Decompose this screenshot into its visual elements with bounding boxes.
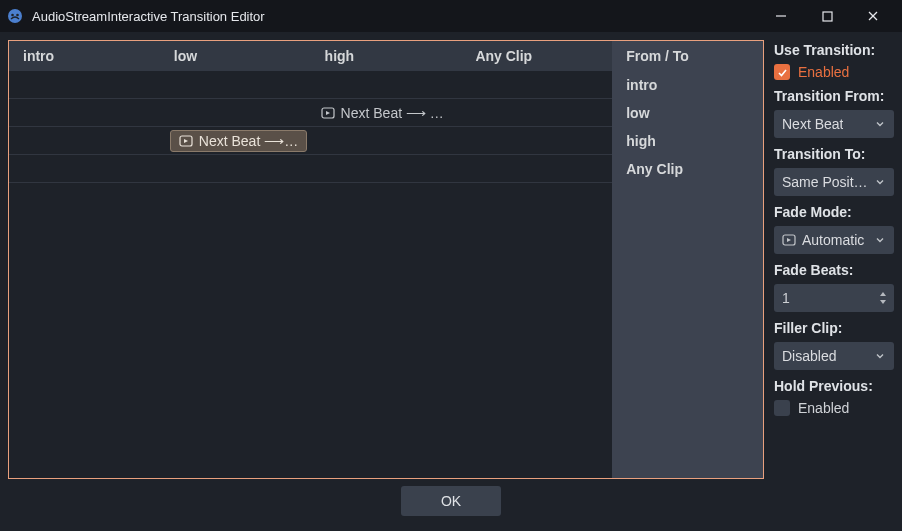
fade-mode-icon bbox=[782, 233, 796, 247]
transition-from-select[interactable]: Next Beat bbox=[774, 110, 894, 138]
chevron-down-icon bbox=[874, 118, 886, 130]
transition-to-select[interactable]: Same Position bbox=[774, 168, 894, 196]
grid-right-labels: intro low high Any Clip bbox=[612, 71, 763, 478]
fade-mode-select[interactable]: Automatic bbox=[774, 226, 894, 254]
next-beat-icon bbox=[321, 106, 335, 120]
fade-beats-spinner[interactable]: 1 bbox=[774, 284, 894, 312]
minimize-button[interactable] bbox=[758, 0, 804, 32]
col-header-high[interactable]: high bbox=[311, 41, 462, 71]
hold-previous-row: Enabled bbox=[774, 400, 894, 416]
window-controls bbox=[758, 0, 896, 32]
chevron-down-icon bbox=[874, 234, 886, 246]
row-label-high[interactable]: high bbox=[612, 127, 763, 155]
selected-transition-chip[interactable]: Next Beat ⟶… bbox=[170, 130, 307, 152]
hold-previous-checkbox[interactable] bbox=[774, 400, 790, 416]
use-transition-label: Enabled bbox=[798, 64, 849, 80]
window-title: AudioStreamInteractive Transition Editor bbox=[32, 9, 758, 24]
svg-marker-14 bbox=[880, 300, 886, 304]
client-area: intro low high Any Clip From / To bbox=[0, 32, 902, 479]
label-fade-beats: Fade Beats: bbox=[774, 262, 894, 278]
cell-low-high-label: Next Beat ⟶ … bbox=[341, 105, 444, 121]
fade-mode-value: Automatic bbox=[802, 232, 864, 248]
grid-row-intro bbox=[9, 71, 612, 99]
grid-row-any bbox=[9, 155, 612, 183]
spinner-arrows-icon bbox=[878, 291, 888, 305]
filler-clip-value: Disabled bbox=[782, 348, 836, 364]
use-transition-row: Enabled bbox=[774, 64, 894, 80]
close-button[interactable] bbox=[850, 0, 896, 32]
ok-button-label: OK bbox=[441, 493, 461, 509]
chevron-down-icon bbox=[874, 350, 886, 362]
check-icon bbox=[777, 67, 788, 78]
grid-row-low: Next Beat ⟶ … bbox=[9, 99, 612, 127]
svg-point-1 bbox=[11, 14, 14, 17]
fade-beats-value: 1 bbox=[782, 290, 790, 306]
svg-rect-4 bbox=[823, 12, 832, 21]
chevron-down-icon bbox=[875, 176, 887, 188]
row-label-low[interactable]: low bbox=[612, 99, 763, 127]
cell-high-low-label: Next Beat ⟶… bbox=[199, 133, 298, 149]
hold-previous-label: Enabled bbox=[798, 400, 849, 416]
transition-from-value: Next Beat bbox=[782, 116, 843, 132]
transition-to-value: Same Position bbox=[782, 174, 869, 190]
cell-low-high[interactable]: Next Beat ⟶ … bbox=[311, 105, 462, 121]
titlebar: AudioStreamInteractive Transition Editor bbox=[0, 0, 902, 32]
row-label-intro[interactable]: intro bbox=[612, 71, 763, 99]
use-transition-checkbox[interactable] bbox=[774, 64, 790, 80]
col-header-intro[interactable]: intro bbox=[9, 41, 160, 71]
label-fade-mode: Fade Mode: bbox=[774, 204, 894, 220]
grid-row-high: Next Beat ⟶… bbox=[9, 127, 612, 155]
label-use-transition: Use Transition: bbox=[774, 42, 894, 58]
grid-left: Next Beat ⟶ … Next Beat ⟶… bbox=[9, 71, 612, 478]
footer: OK bbox=[0, 479, 902, 523]
label-transition-from: Transition From: bbox=[774, 88, 894, 104]
row-label-any[interactable]: Any Clip bbox=[612, 155, 763, 183]
svg-point-0 bbox=[8, 9, 22, 23]
svg-point-2 bbox=[16, 14, 19, 17]
transition-grid: intro low high Any Clip From / To bbox=[8, 40, 764, 479]
svg-marker-13 bbox=[880, 292, 886, 296]
label-transition-to: Transition To: bbox=[774, 146, 894, 162]
grid-body: Next Beat ⟶ … Next Beat ⟶… bbox=[9, 71, 763, 478]
cell-high-low[interactable]: Next Beat ⟶… bbox=[160, 130, 311, 152]
next-beat-icon bbox=[179, 134, 193, 148]
properties-sidebar: Use Transition: Enabled Transition From:… bbox=[774, 40, 894, 479]
label-filler-clip: Filler Clip: bbox=[774, 320, 894, 336]
col-header-fromto: From / To bbox=[612, 41, 763, 71]
svg-marker-8 bbox=[326, 111, 330, 115]
svg-marker-10 bbox=[184, 139, 188, 143]
maximize-button[interactable] bbox=[804, 0, 850, 32]
app-icon bbox=[6, 7, 24, 25]
ok-button[interactable]: OK bbox=[401, 486, 501, 516]
filler-clip-select[interactable]: Disabled bbox=[774, 342, 894, 370]
label-hold-previous: Hold Previous: bbox=[774, 378, 894, 394]
col-header-low[interactable]: low bbox=[160, 41, 311, 71]
grid-header-row: intro low high Any Clip From / To bbox=[9, 41, 763, 71]
col-header-any[interactable]: Any Clip bbox=[461, 41, 612, 71]
svg-marker-12 bbox=[787, 238, 791, 242]
